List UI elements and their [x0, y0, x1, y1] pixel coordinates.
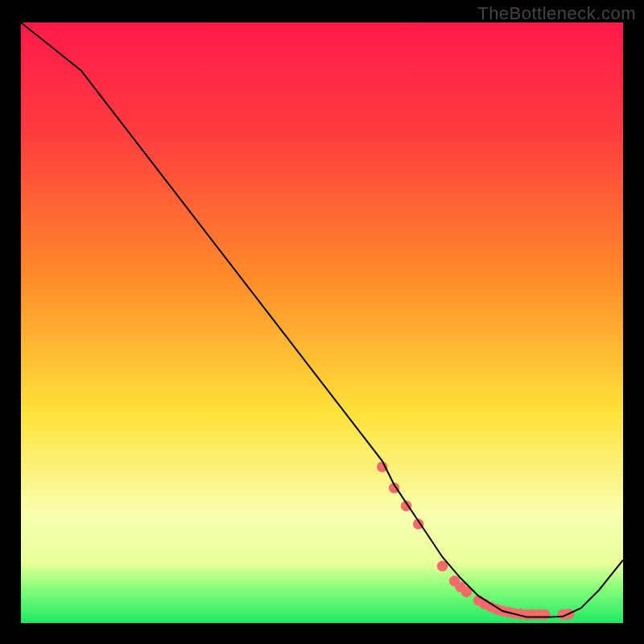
watermark-text: TheBottleneck.com: [477, 3, 636, 24]
data-dot: [539, 609, 550, 620]
plot-area: [21, 23, 623, 623]
gradient-background: [21, 23, 623, 623]
chart-frame: TheBottleneck.com: [0, 0, 644, 644]
plot-svg: [21, 23, 623, 623]
